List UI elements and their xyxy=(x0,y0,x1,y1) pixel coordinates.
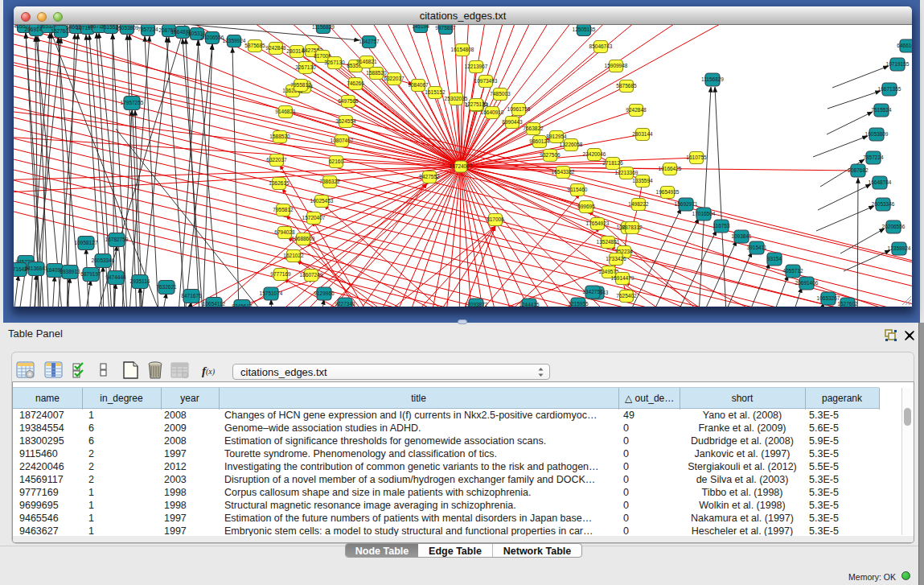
svg-text:16154808: 16154808 xyxy=(451,47,474,52)
svg-text:7515524: 7515524 xyxy=(871,107,892,113)
svg-text:12213967: 12213967 xyxy=(465,64,488,69)
svg-text:9084067: 9084067 xyxy=(408,82,429,88)
svg-text:9245612: 9245612 xyxy=(232,303,253,307)
svg-text:1093841: 1093841 xyxy=(731,233,752,239)
svg-text:6466160: 6466160 xyxy=(897,43,912,48)
svg-text:4055712: 4055712 xyxy=(782,268,803,274)
svg-text:9146821: 9146821 xyxy=(356,59,377,64)
svg-text:15692971: 15692971 xyxy=(675,201,698,207)
svg-text:7663822: 7663822 xyxy=(523,126,544,131)
svg-text:7485003: 7485003 xyxy=(490,91,511,97)
svg-text:18607249: 18607249 xyxy=(300,272,323,278)
svg-text:9327506: 9327506 xyxy=(540,152,561,158)
svg-text:7955812: 7955812 xyxy=(273,207,294,212)
svg-text:2935114: 2935114 xyxy=(130,278,150,284)
svg-text:9227343: 9227343 xyxy=(335,301,355,307)
svg-text:7955812: 7955812 xyxy=(290,82,311,88)
svg-text:3215955: 3215955 xyxy=(568,301,589,307)
svg-text:9474444: 9474444 xyxy=(105,274,126,280)
svg-text:10958127: 10958127 xyxy=(75,240,98,245)
svg-text:15909948: 15909948 xyxy=(605,63,628,68)
svg-text:8912954: 8912954 xyxy=(546,134,567,139)
svg-text:8938913: 8938913 xyxy=(60,269,80,274)
svg-text:9115460: 9115460 xyxy=(568,187,588,192)
svg-text:16914479: 16914479 xyxy=(611,275,634,281)
svg-text:1588520: 1588520 xyxy=(366,70,387,76)
svg-text:12359924: 12359924 xyxy=(888,245,911,251)
svg-text:16671355: 16671355 xyxy=(878,86,901,92)
svg-text:2718126: 2718126 xyxy=(602,160,623,166)
svg-text:26053346: 26053346 xyxy=(92,257,115,263)
svg-text:6322037: 6322037 xyxy=(266,157,287,163)
svg-text:10719155: 10719155 xyxy=(886,61,910,67)
svg-text:1615152: 1615152 xyxy=(425,89,446,95)
svg-text:3915411: 3915411 xyxy=(747,245,767,250)
svg-text:6794028: 6794028 xyxy=(274,229,295,235)
svg-text:20206556: 20206556 xyxy=(201,35,224,40)
svg-text:116753: 116753 xyxy=(713,223,730,229)
svg-text:1244415: 1244415 xyxy=(519,302,540,307)
svg-text:10688609: 10688609 xyxy=(292,236,315,241)
svg-text:16640910: 16640910 xyxy=(481,109,504,115)
svg-text:16543382: 16543382 xyxy=(552,169,575,175)
svg-text:6879197: 6879197 xyxy=(80,271,101,277)
svg-text:5875685: 5875685 xyxy=(244,43,265,48)
svg-text:17957255: 17957255 xyxy=(121,100,144,105)
svg-text:13226058: 13226058 xyxy=(560,142,583,147)
svg-text:9242848: 9242848 xyxy=(626,107,647,113)
svg-text:3267130: 3267130 xyxy=(295,64,316,70)
svg-text:1527602: 1527602 xyxy=(837,301,858,307)
svg-text:8471676: 8471676 xyxy=(181,293,202,299)
svg-text:17016504: 17016504 xyxy=(692,211,716,216)
svg-text:1342757: 1342757 xyxy=(359,39,380,44)
svg-text:9146821: 9146821 xyxy=(275,109,296,114)
svg-text:8990443: 8990443 xyxy=(502,119,523,125)
svg-text:10653267: 10653267 xyxy=(817,295,840,301)
svg-text:145194: 145194 xyxy=(412,25,429,29)
svg-text:7386322: 7386322 xyxy=(319,179,340,184)
svg-text:16648784: 16648784 xyxy=(869,179,892,185)
svg-text:85046743: 85046743 xyxy=(589,43,613,49)
svg-text:25302035: 25302035 xyxy=(445,96,468,101)
svg-text:1588520: 1588520 xyxy=(269,134,290,139)
svg-text:8427552: 8427552 xyxy=(419,174,440,179)
svg-text:8878312: 8878312 xyxy=(622,225,643,230)
svg-text:12275135: 12275135 xyxy=(465,101,488,107)
svg-text:817006: 817006 xyxy=(487,216,504,222)
svg-text:12213369: 12213369 xyxy=(615,170,639,175)
svg-text:2803144: 2803144 xyxy=(632,131,653,137)
svg-text:7857224: 7857224 xyxy=(863,154,884,160)
svg-text:11156829: 11156829 xyxy=(701,76,724,82)
svg-text:2087682: 2087682 xyxy=(848,167,869,173)
svg-text:14136841: 14136841 xyxy=(25,266,48,271)
svg-text:1498222: 1498222 xyxy=(628,201,649,207)
svg-text:15751074: 15751074 xyxy=(260,290,283,296)
svg-text:12359924: 12359924 xyxy=(223,38,246,43)
svg-text:10654112: 10654112 xyxy=(203,301,226,307)
svg-text:20691406: 20691406 xyxy=(795,280,819,286)
svg-text:15720407: 15720407 xyxy=(302,215,326,220)
svg-text:20206556: 20206556 xyxy=(882,224,906,229)
svg-text:10961758: 10961758 xyxy=(507,106,531,112)
svg-text:699695: 699695 xyxy=(577,204,595,209)
svg-text:16053809: 16053809 xyxy=(116,25,139,31)
svg-text:62160: 62160 xyxy=(329,159,343,164)
svg-text:19654935: 19654935 xyxy=(656,189,680,195)
svg-text:93154: 93154 xyxy=(767,256,782,262)
svg-text:7857224: 7857224 xyxy=(138,27,158,32)
svg-text:16053809: 16053809 xyxy=(865,131,889,137)
svg-text:7625402: 7625402 xyxy=(616,293,637,299)
svg-text:9242848: 9242848 xyxy=(265,45,286,51)
svg-text:16782759: 16782759 xyxy=(105,237,129,242)
svg-text:1610755: 1610755 xyxy=(686,154,707,160)
svg-text:1362615: 1362615 xyxy=(269,180,290,186)
svg-text:7632621: 7632621 xyxy=(156,284,177,290)
svg-text:13524851: 13524851 xyxy=(597,239,620,245)
svg-text:12505135: 12505135 xyxy=(573,27,596,32)
svg-text:1342757: 1342757 xyxy=(582,289,603,295)
svg-text:9777169: 9777169 xyxy=(270,271,291,277)
svg-text:12093872: 12093872 xyxy=(465,302,488,307)
svg-text:1335594: 1335594 xyxy=(632,178,653,183)
svg-text:19166425: 19166425 xyxy=(659,166,682,171)
svg-text:17654923: 17654923 xyxy=(586,220,610,226)
